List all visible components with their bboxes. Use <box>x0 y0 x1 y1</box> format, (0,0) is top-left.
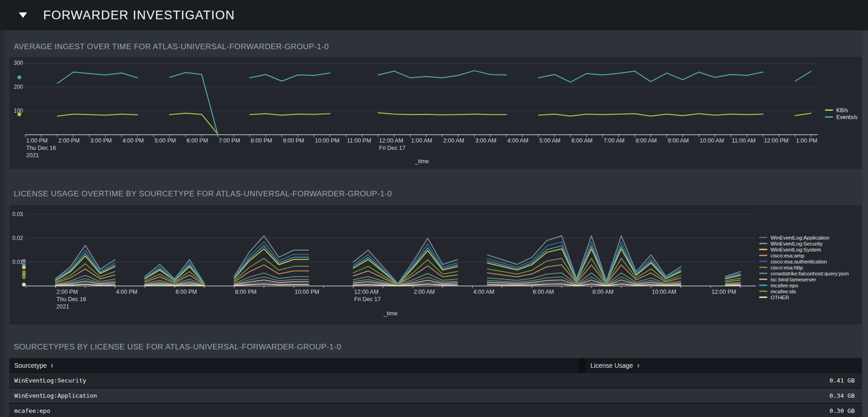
legend-item-crowdstrike:falconhost:query:json[interactable]: crowdstrike:falconhost:query:json <box>759 270 849 276</box>
x-axis-tick-label: 5:00 PM <box>154 137 176 144</box>
legend-swatch <box>759 261 767 262</box>
x-axis-tick-label: 9:00 AM <box>668 137 689 144</box>
legend-swatch <box>759 291 767 292</box>
x-axis-tick-label: 4:00 PM <box>116 289 137 295</box>
legend-label: isc:bind:lameserver <box>771 277 816 282</box>
legend-item-KB/s[interactable]: KB/s <box>825 107 857 114</box>
license-line-chart: 0.010.020.032:00 PMThu Dec 1620214:00 PM… <box>9 205 862 325</box>
legend-swatch <box>759 285 767 286</box>
x-axis-tick-label: 10:00 AM <box>652 289 676 295</box>
x-axis-tick-label: 1:00 PM <box>26 137 48 144</box>
legend-swatch <box>759 255 767 256</box>
cell-sourcetype[interactable]: mcafee:epo <box>9 407 829 414</box>
series-edge-dot <box>17 113 21 116</box>
x-axis-tick-label: 8:00 AM <box>635 137 657 144</box>
legend-label: WinEventLog:Security <box>771 241 823 246</box>
x-axis-tick-label: 11:00 PM <box>347 137 371 144</box>
ingest-chart-card[interactable]: 1002003001:00 PMThu Dec 1620212:00 PM3:0… <box>9 57 862 169</box>
x-axis-tick-label: 2:00 AM <box>414 289 435 295</box>
series-line-KB/s[interactable] <box>57 113 811 134</box>
legend-item-OTHER[interactable]: OTHER <box>759 294 849 300</box>
legend-item-WinEventLog:Application[interactable]: WinEventLog:Application <box>759 234 849 240</box>
series-edge-dot <box>22 275 26 279</box>
x-axis-tick-label: 9:00 PM <box>283 137 304 144</box>
license-panel-title: LICENSE USAGE OVERTIME BY SOURCETYPE FOR… <box>14 189 392 199</box>
legend-item-cisco:esa:authentication[interactable]: cisco:esa:authentication <box>759 258 849 264</box>
table-row[interactable]: WinEventLog:Application0.34 GB <box>9 388 862 403</box>
table-body: WinEventLog:Security0.41 GBWinEventLog:A… <box>9 372 862 417</box>
cell-sourcetype[interactable]: WinEventLog:Security <box>9 377 829 384</box>
cell-license-usage[interactable]: 0.41 GB <box>829 377 862 384</box>
sourcetype-license-table: Sourcetype ▲▼ License Usage ▲▼ WinEventL… <box>9 358 862 417</box>
section-title: FORWARDER INVESTIGATION <box>43 8 235 23</box>
x-axis-date-label: Fri Dec 17 <box>379 145 406 151</box>
triangle-down-icon <box>19 12 27 18</box>
y-axis-tick-label: 300 <box>14 60 23 66</box>
legend-swatch <box>759 249 767 250</box>
x-axis-date-label: 2021 <box>57 303 69 310</box>
series-line-WinEventLog:Security[interactable] <box>56 236 740 284</box>
legend-label: cisco:esa:http <box>771 265 803 270</box>
x-axis-tick-label: 3:00 AM <box>475 137 496 144</box>
legend-item-cisco:esa:amp[interactable]: cisco:esa:amp <box>759 252 849 258</box>
ingest-line-chart: 1002003001:00 PMThu Dec 1620212:00 PM3:0… <box>9 57 862 169</box>
legend-label: WinEventLog:System <box>771 247 821 252</box>
x-axis-tick-label: 4:00 PM <box>122 137 144 144</box>
x-axis-tick-label: 2:00 AM <box>443 137 464 144</box>
legend-item-isc:bind:lameserver[interactable]: isc:bind:lameserver <box>759 276 849 282</box>
x-axis-title: _time <box>414 158 429 165</box>
legend-swatch <box>759 243 767 244</box>
column-header-license-usage[interactable]: License Usage ▲▼ <box>585 358 862 372</box>
x-axis-date-label: Thu Dec 16 <box>26 145 56 151</box>
ingest-panel-title: AVERAGE INGEST OVER TIME FOR ATLAS-UNIVE… <box>14 42 329 51</box>
legend-label: cisco:esa:amp <box>771 253 805 258</box>
legend-swatch <box>759 237 767 238</box>
series-edge-dot <box>22 283 26 286</box>
x-axis-title: _time <box>383 310 398 317</box>
legend-label: OTHER <box>771 295 789 300</box>
x-axis-tick-label: 8:00 PM <box>251 137 272 144</box>
section-header: FORWARDER INVESTIGATION <box>0 0 868 30</box>
legend-swatch <box>825 109 833 111</box>
legend-item-mcafee:ids[interactable]: mcafee:ids <box>759 288 849 294</box>
x-axis-tick-label: 6:00 AM <box>533 289 554 295</box>
cell-sourcetype[interactable]: WinEventLog:Application <box>9 392 829 399</box>
y-axis-tick-label: 0.03 <box>12 211 23 217</box>
legend-item-WinEventLog:Security[interactable]: WinEventLog:Security <box>759 240 849 246</box>
series-line-mcafee:epo[interactable] <box>56 246 740 284</box>
legend-swatch <box>759 297 767 298</box>
collapse-section-button[interactable] <box>17 10 28 21</box>
table-row[interactable]: mcafee:epo0.30 GB <box>9 403 862 417</box>
x-axis-tick-label: 4:00 AM <box>473 289 494 295</box>
license-chart-legend: WinEventLog:ApplicationWinEventLog:Secur… <box>759 234 849 300</box>
license-chart-card[interactable]: 0.010.020.032:00 PMThu Dec 1620214:00 PM… <box>9 205 862 325</box>
legend-item-WinEventLog:System[interactable]: WinEventLog:System <box>759 246 849 252</box>
legend-label: crowdstrike:falconhost:query:json <box>771 271 849 276</box>
x-axis-tick-label: 8:00 PM <box>235 289 257 295</box>
column-header-sourcetype[interactable]: Sourcetype ▲▼ <box>9 358 579 372</box>
legend-swatch <box>759 267 767 268</box>
legend-label: cisco:esa:authentication <box>771 259 827 264</box>
x-axis-tick-label: 8:00 AM <box>592 289 613 295</box>
x-axis-tick-label: 12:00 AM <box>354 289 379 295</box>
table-header-row: Sourcetype ▲▼ License Usage ▲▼ <box>9 358 862 372</box>
legend-swatch <box>759 273 767 274</box>
x-axis-date-label: Fri Dec 17 <box>354 296 381 303</box>
legend-item-cisco:esa:http[interactable]: cisco:esa:http <box>759 264 849 270</box>
legend-label: KB/s <box>836 107 848 114</box>
x-axis-tick-label: 6:00 AM <box>572 137 593 144</box>
x-axis-tick-label: 12:00 AM <box>379 137 403 144</box>
table-row[interactable]: WinEventLog:Security0.41 GB <box>9 372 862 388</box>
series-edge-dot <box>22 265 26 269</box>
legend-item-Events/s[interactable]: Events/s <box>825 114 857 120</box>
cell-license-usage[interactable]: 0.30 GB <box>829 407 862 414</box>
ingest-chart-legend: KB/sEvents/s <box>825 107 857 120</box>
legend-item-mcafee:epo[interactable]: mcafee:epo <box>759 282 849 288</box>
x-axis-tick-label: 2:00 PM <box>58 137 80 144</box>
legend-label: mcafee:ids <box>771 289 796 294</box>
cell-license-usage[interactable]: 0.34 GB <box>829 392 862 399</box>
x-axis-tick-label: 10:00 AM <box>700 137 724 144</box>
x-axis-tick-label: 10:00 PM <box>295 289 319 295</box>
x-axis-tick-label: 7:00 PM <box>219 137 240 144</box>
series-line-Events/s[interactable] <box>57 71 811 134</box>
